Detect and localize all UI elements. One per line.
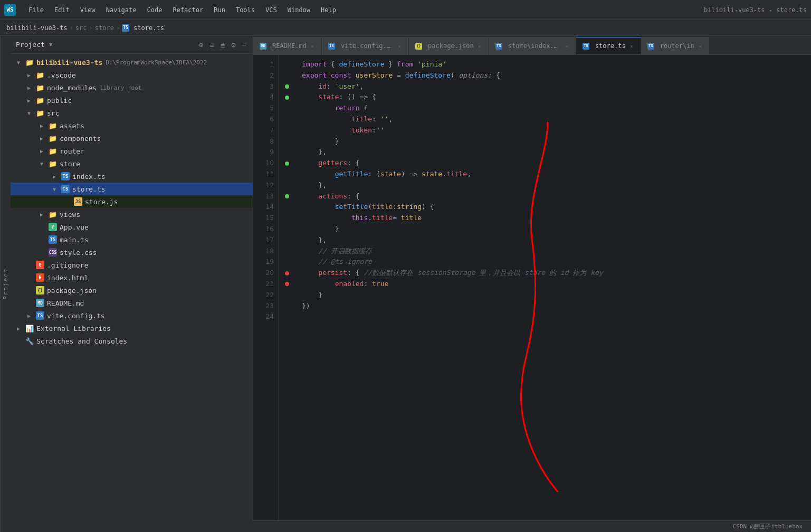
project-panel: Project ▼ ⊕ ≡ ≣ ⚙ − ▼ 📁 bilibili-vue3-ts (11, 36, 253, 532)
tree-main-ts[interactable]: TS main.ts (11, 233, 253, 246)
tree-app-vue[interactable]: V App.vue (11, 221, 253, 233)
tree-src[interactable]: ▼ 📁 src (11, 107, 253, 119)
tree-store[interactable]: ▼ 📁 store (11, 157, 253, 170)
locate-file-button[interactable]: ⊕ (198, 40, 204, 50)
breadcrumb-store[interactable]: store (95, 24, 114, 32)
code-line-6: title: '', (302, 114, 811, 125)
collapse-all-button[interactable]: ≡ (208, 40, 215, 50)
titlebar: WS File Edit View Navigate Code Refactor… (0, 0, 811, 20)
tree-router[interactable]: ▶ 📁 router (11, 145, 253, 157)
tab-readme[interactable]: MD README.md ✕ (253, 37, 322, 54)
code-line-10: getters: { (302, 158, 811, 169)
menu-edit[interactable]: Edit (50, 4, 74, 16)
code-line-8: } (302, 136, 811, 147)
breadcrumb: bilibili-vue3-ts › src › store › TS stor… (0, 20, 811, 36)
menu-navigate[interactable]: Navigate (102, 4, 141, 16)
code-line-18: // 开启数据缓存 (302, 246, 811, 257)
tree-index-ts[interactable]: ▶ TS index.ts (11, 170, 253, 183)
main-layout: Project Project ▼ ⊕ ≡ ≣ ⚙ − ▼ 📁 (0, 36, 811, 532)
tab-store-index[interactable]: TS store\index.ts ✕ (489, 37, 576, 54)
menu-run[interactable]: Run (209, 4, 230, 16)
tabs-bar: MD README.md ✕ TS vite.config.ts ✕ {} pa… (253, 36, 811, 55)
tree-assets[interactable]: ▶ 📁 assets (11, 119, 253, 132)
code-line-21: enabled: true (302, 279, 811, 290)
code-line-17: }, (302, 235, 811, 246)
project-dropdown-arrow[interactable]: ▼ (49, 41, 53, 48)
code-line-3: id: 'user', (302, 81, 811, 92)
code-line-4: state: () => { (302, 92, 811, 103)
code-line-22: } (302, 290, 811, 301)
code-line-13: actions: { (302, 191, 811, 202)
tree-views[interactable]: ▶ 📁 views (11, 208, 253, 221)
menu-bar: File Edit View Navigate Code Refactor Ru… (24, 4, 340, 16)
bottom-bar: CSDN @蓝匣子itbluebox (252, 520, 811, 532)
tree-vscode[interactable]: ▶ 📁 .vscode (11, 69, 253, 81)
tree-store-js[interactable]: JS store.js (11, 195, 253, 208)
code-line-5: return { (302, 103, 811, 114)
code-line-24 (302, 311, 811, 322)
code-content[interactable]: import { defineStore } from 'pinia' expo… (295, 55, 811, 532)
tree-scratches[interactable]: 🔧 Scratches and Consoles (11, 335, 253, 347)
tree-vite-config[interactable]: ▶ TS vite.config.ts (11, 309, 253, 322)
code-line-9: }, (302, 147, 811, 158)
credit-text: CSDN @蓝匣子itbluebox (733, 522, 803, 530)
editor-area: MD README.md ✕ TS vite.config.ts ✕ {} pa… (253, 36, 811, 532)
window-title: bilibili-vue3-ts - store.ts (704, 6, 807, 14)
tree-store-ts[interactable]: ▼ TS store.ts (11, 183, 253, 195)
tree-root[interactable]: ▼ 📁 bilibili-vue3-ts D:\ProgramWorkSpace… (11, 56, 253, 69)
tree-style-css[interactable]: CSS style.css (11, 246, 253, 259)
breadcrumb-active: store.ts (133, 24, 164, 32)
breadcrumb-file-icon: TS (122, 24, 129, 32)
menu-code[interactable]: Code (143, 4, 167, 16)
close-panel-button[interactable]: − (241, 40, 247, 50)
tab-store-ts[interactable]: TS store.ts ✕ (576, 37, 641, 54)
tree-gitignore[interactable]: G .gitignore (11, 259, 253, 271)
menu-view[interactable]: View (76, 4, 100, 16)
tree-external[interactable]: ▶ 📊 External Libraries (11, 322, 253, 335)
breadcrumb-src[interactable]: src (75, 24, 87, 32)
code-line-1: import { defineStore } from 'pinia' (302, 59, 811, 70)
code-line-11: getTitle: (state) => state.title, (302, 169, 811, 180)
tree-node-modules[interactable]: ▶ 📁 node_modules library root (11, 81, 253, 94)
code-line-16: } (302, 224, 811, 235)
breadcrumb-project[interactable]: bilibili-vue3-ts (6, 24, 68, 32)
menu-vcs[interactable]: VCS (261, 4, 281, 16)
project-actions: ⊕ ≡ ≣ ⚙ − (198, 40, 247, 50)
menu-help[interactable]: Help (317, 4, 340, 16)
code-line-23: }) (302, 301, 811, 312)
project-header: Project ▼ ⊕ ≡ ≣ ⚙ − (11, 36, 253, 54)
project-side-label: Project (0, 36, 11, 532)
menu-file[interactable]: File (24, 4, 48, 16)
line-numbers: 12345 678910 1112131415 1617181920 21222… (253, 55, 279, 532)
tab-package-json[interactable]: {} package.json ✕ (409, 37, 489, 54)
settings-button[interactable]: ⚙ (230, 40, 236, 50)
menu-refactor[interactable]: Refactor (168, 4, 207, 16)
ws-logo: WS (4, 4, 16, 16)
expand-all-button[interactable]: ≣ (220, 40, 226, 50)
project-title: Project (16, 41, 45, 49)
tree-readme[interactable]: MD README.md (11, 297, 253, 309)
code-editor[interactable]: 12345 678910 1112131415 1617181920 21222… (253, 55, 811, 532)
code-line-14: setTitle(title:string) { (302, 202, 811, 213)
tree-index-html[interactable]: H index.html (11, 271, 253, 284)
code-line-7: token:'' (302, 125, 811, 136)
menu-tools[interactable]: Tools (232, 4, 259, 16)
file-tree: ▼ 📁 bilibili-vue3-ts D:\ProgramWorkSpace… (11, 54, 253, 532)
code-line-12: }, (302, 180, 811, 191)
tree-package-json[interactable]: {} package.json (11, 284, 253, 297)
tab-vite-config[interactable]: TS vite.config.ts ✕ (322, 37, 409, 54)
tab-router-in[interactable]: TS router\in ✕ (641, 37, 710, 54)
code-line-19: // @ts-ignore (302, 256, 811, 268)
gutter (279, 55, 295, 532)
code-line-2: export const userStore = defineStore( op… (302, 70, 811, 81)
tree-public[interactable]: ▶ 📁 public (11, 94, 253, 107)
code-line-15: this.title= title (302, 213, 811, 224)
tree-components[interactable]: ▶ 📁 components (11, 132, 253, 145)
menu-window[interactable]: Window (283, 4, 314, 16)
code-line-20: persist: { //数据默认存在 sessionStorage 里，并且会… (302, 268, 811, 279)
